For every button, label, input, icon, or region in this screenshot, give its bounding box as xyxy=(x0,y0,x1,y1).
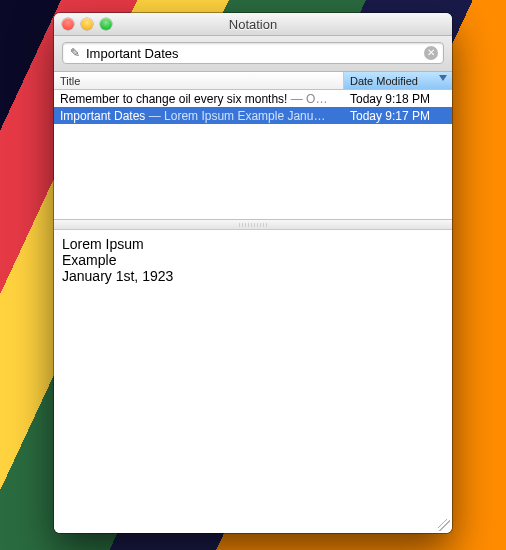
desktop-background: Notation ✎ ✕ Title Date Modified Remembe… xyxy=(0,0,506,550)
row-date-cell: Today 9:17 PM xyxy=(344,109,452,123)
column-label: Date Modified xyxy=(350,75,418,87)
row-date-cell: Today 9:18 PM xyxy=(344,92,452,106)
window-controls xyxy=(54,18,112,30)
list-header: Title Date Modified xyxy=(54,72,452,90)
clear-search-button[interactable]: ✕ xyxy=(424,46,438,60)
row-preview-sep: — xyxy=(145,109,164,123)
window-title: Notation xyxy=(54,17,452,32)
sort-descending-icon xyxy=(439,75,447,81)
titlebar[interactable]: Notation xyxy=(54,13,452,36)
list-row[interactable]: Remember to change oil every six months!… xyxy=(54,90,452,107)
row-title: Important Dates xyxy=(60,109,145,123)
toolbar: ✎ ✕ xyxy=(54,36,452,72)
app-window: Notation ✎ ✕ Title Date Modified Remembe… xyxy=(54,13,452,533)
zoom-button[interactable] xyxy=(100,18,112,30)
list-row[interactable]: Important Dates — Lorem Ipsum Example Ja… xyxy=(54,107,452,124)
column-header-date[interactable]: Date Modified xyxy=(344,72,452,89)
row-title-cell: Important Dates — Lorem Ipsum Example Ja… xyxy=(54,109,344,123)
column-header-title[interactable]: Title xyxy=(54,72,344,89)
row-preview: O… xyxy=(306,92,327,106)
notes-list[interactable]: Remember to change oil every six months!… xyxy=(54,90,452,220)
search-input[interactable] xyxy=(82,46,424,61)
row-title: Remember to change oil every six months! xyxy=(60,92,287,106)
column-label: Title xyxy=(60,75,80,87)
note-editor[interactable]: Lorem Ipsum Example January 1st, 1923 xyxy=(54,230,452,533)
row-preview-sep: — xyxy=(287,92,306,106)
row-preview: Lorem Ipsum Example Janu… xyxy=(164,109,325,123)
search-field-wrap[interactable]: ✎ ✕ xyxy=(62,42,444,64)
close-button[interactable] xyxy=(62,18,74,30)
row-title-cell: Remember to change oil every six months!… xyxy=(54,92,344,106)
minimize-button[interactable] xyxy=(81,18,93,30)
split-divider[interactable] xyxy=(54,220,452,230)
resize-grip[interactable] xyxy=(438,519,450,531)
pencil-icon: ✎ xyxy=(68,46,82,60)
